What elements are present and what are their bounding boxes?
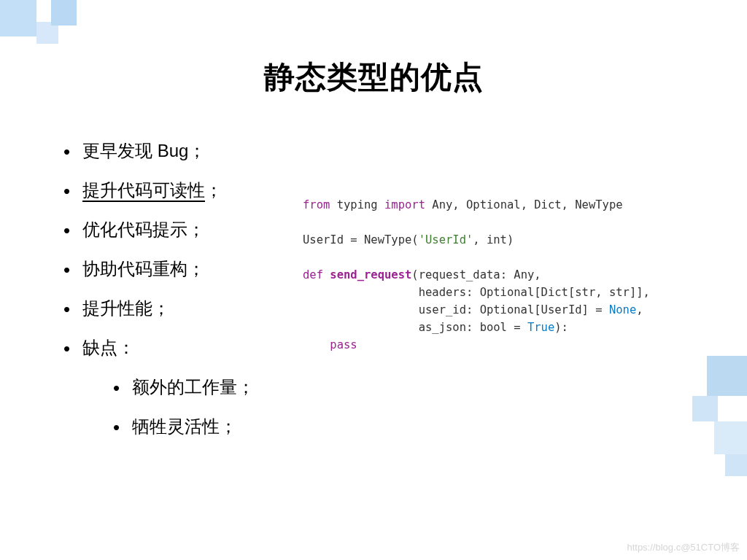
watermark: https://blog.c@51CTO博客 [627, 541, 740, 554]
sub-bullet-item: 额外的工作量； [112, 374, 281, 400]
bullet-list: 更早发现 Bug； 提升代码可读性； 优化代码提示； 协助代码重构； 提升性能；… [62, 138, 281, 453]
decoration-bottom-right [674, 356, 747, 487]
sub-bullet-item: 牺牲灵活性； [112, 413, 281, 440]
slide-content: 更早发现 Bug； 提升代码可读性； 优化代码提示； 协助代码重构； 提升性能；… [0, 98, 747, 453]
decoration-top-left [0, 0, 88, 88]
slide-title: 静态类型的优点 [0, 0, 747, 98]
bullet-item: 协助代码重构； [62, 256, 281, 282]
bullet-item: 提升代码可读性； [62, 177, 281, 203]
bullet-item: 缺点： 额外的工作量； 牺牲灵活性； [62, 335, 281, 440]
bullet-item: 更早发现 Bug； [62, 138, 281, 164]
bullet-item: 优化代码提示； [62, 217, 281, 243]
code-snippet: from typing import Any, Optional, Dict, … [303, 196, 685, 453]
bullet-item: 提升性能； [62, 295, 281, 322]
